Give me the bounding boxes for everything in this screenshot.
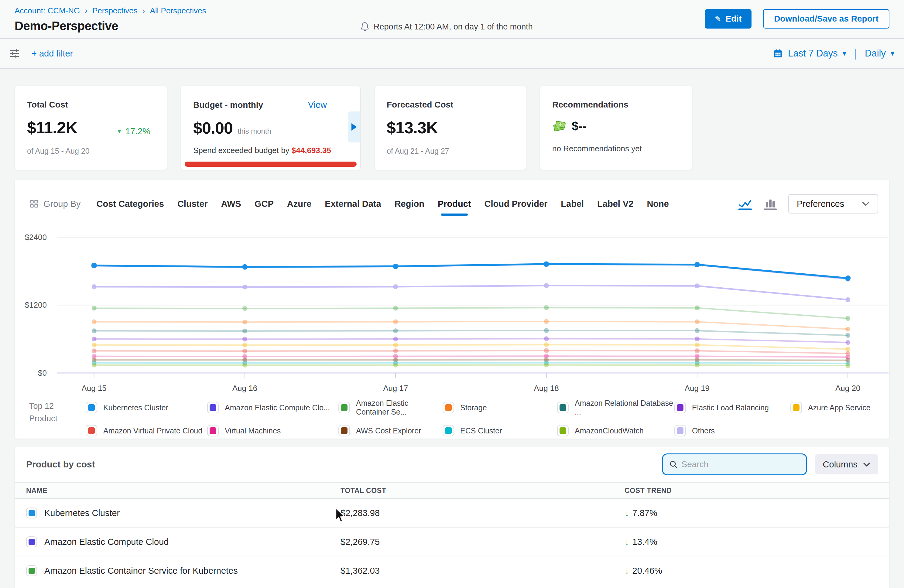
column-header-total-cost[interactable]: TOTAL COST xyxy=(340,487,624,495)
budget-progress-bar xyxy=(185,161,357,167)
legend-item[interactable]: Amazon Elastic Container Se... xyxy=(338,399,443,416)
edit-button[interactable]: ✎ Edit xyxy=(705,9,752,28)
table-row[interactable]: Amazon Elastic Container Service for Kub… xyxy=(15,556,889,585)
search-input[interactable] xyxy=(682,460,800,469)
cost-trend-chart[interactable]: $2400$1200$0Aug 15Aug 16Aug 17Aug 18Aug … xyxy=(15,224,888,395)
chevron-down-icon: ▾ xyxy=(842,49,846,58)
column-header-name[interactable]: NAME xyxy=(26,487,340,495)
row-trend-value: 13.4% xyxy=(632,537,657,547)
row-trend-value: 7.87% xyxy=(632,508,657,518)
recommendations-value: $-- xyxy=(572,119,586,133)
row-product-name: Amazon Elastic Compute Cloud xyxy=(44,537,169,547)
forecasted-cost-card: Forecasted Cost $13.3K of Aug 21 - Aug 2… xyxy=(374,85,526,170)
breadcrumb-perspectives[interactable]: Perspectives xyxy=(92,6,137,16)
row-color-swatch xyxy=(26,565,37,576)
svg-text:$1200: $1200 xyxy=(25,300,47,310)
date-range-picker[interactable]: Last 7 Days ▾ xyxy=(773,48,846,59)
legend-item[interactable]: Amazon Relational Database ... xyxy=(557,399,674,416)
table-search[interactable] xyxy=(662,454,807,475)
tab-azure[interactable]: Azure xyxy=(287,199,312,209)
budget-exceeded-note: Spend exceeded budget by $44,693.35 xyxy=(193,146,348,155)
budget-view-link[interactable]: View xyxy=(308,100,327,110)
legend-item[interactable]: Kubernetes Cluster xyxy=(86,402,207,413)
legend-item[interactable]: ECS Cluster xyxy=(443,425,557,436)
legend-title: Top 12 Product xyxy=(29,399,86,436)
legend-item[interactable]: AWS Cost Explorer xyxy=(338,425,443,436)
preferences-dropdown[interactable]: Preferences xyxy=(788,194,878,213)
table-body: Kubernetes Cluster$2,283.98↓7.87%Amazon … xyxy=(15,499,889,585)
legend-item-label: Azure App Service xyxy=(808,403,871,412)
legend-item[interactable]: Elastic Load Balancing xyxy=(674,402,790,413)
search-icon xyxy=(669,460,678,469)
legend-item[interactable]: Storage xyxy=(443,402,557,413)
legend-item-label: ECS Cluster xyxy=(460,427,502,435)
breadcrumb-account[interactable]: Account: CCM-NG xyxy=(14,6,80,16)
legend-item-label: Storage xyxy=(460,403,487,412)
tab-cloud-provider[interactable]: Cloud Provider xyxy=(485,199,548,209)
legend-item[interactable]: AmazonCloudWatch xyxy=(557,425,674,436)
total-cost-value: $11.2K xyxy=(27,118,77,137)
legend-item[interactable]: Azure App Service xyxy=(790,402,889,413)
chevron-down-icon: ▾ xyxy=(891,49,894,58)
tab-cluster[interactable]: Cluster xyxy=(177,199,208,209)
table-row[interactable]: Kubernetes Cluster$2,283.98↓7.87% xyxy=(15,499,889,528)
legend-item[interactable]: Amazon Elastic Compute Clo... xyxy=(207,402,338,413)
download-save-report-button[interactable]: Download/Save as Report xyxy=(763,9,890,28)
tab-none[interactable]: None xyxy=(647,199,669,209)
column-header-cost-trend[interactable]: COST TREND xyxy=(624,487,889,495)
legend-swatch xyxy=(338,425,350,436)
tab-region[interactable]: Region xyxy=(395,199,424,209)
breadcrumb-all-perspectives[interactable]: All Perspectives xyxy=(150,6,206,16)
legend-item-label: Others xyxy=(692,427,715,435)
tab-aws[interactable]: AWS xyxy=(221,199,241,209)
legend-swatch xyxy=(557,402,569,413)
svg-text:Aug 16: Aug 16 xyxy=(232,384,257,393)
budget-expand-button[interactable] xyxy=(348,111,360,142)
row-product-name: Kubernetes Cluster xyxy=(44,508,120,518)
svg-text:Aug 17: Aug 17 xyxy=(383,384,408,393)
chevron-down-icon xyxy=(863,462,870,467)
columns-dropdown[interactable]: Columns xyxy=(815,454,878,474)
legend-item-label: Virtual Machines xyxy=(225,427,281,435)
legend-swatch xyxy=(674,425,686,436)
legend-item[interactable]: Virtual Machines xyxy=(207,425,338,436)
row-trend-value: 20.46% xyxy=(632,566,662,576)
bar-chart-icon[interactable] xyxy=(763,197,778,210)
legend-swatch xyxy=(207,402,219,413)
tab-product[interactable]: Product xyxy=(438,199,471,209)
line-chart-icon[interactable] xyxy=(738,197,752,210)
legend-item[interactable]: Amazon Virtual Private Cloud xyxy=(86,425,207,436)
forecasted-cost-value: $13.3K xyxy=(387,118,438,137)
tab-gcp[interactable]: GCP xyxy=(254,199,274,209)
tab-label-v2[interactable]: Label V2 xyxy=(597,199,633,209)
row-total-cost: $2,269.75 xyxy=(340,537,624,547)
budget-value: $0.00 xyxy=(193,119,233,137)
tab-label[interactable]: Label xyxy=(561,199,584,209)
budget-value-suffix: this month xyxy=(237,127,271,136)
total-cost-card: Total Cost $11.2K ▼ 17.2% of Aug 15 - Au… xyxy=(14,85,167,170)
row-total-cost: $2,283.98 xyxy=(340,508,624,518)
row-product-name: Amazon Elastic Container Service for Kub… xyxy=(44,566,238,576)
tab-external-data[interactable]: External Data xyxy=(325,199,381,209)
svg-text:Aug 15: Aug 15 xyxy=(82,384,107,393)
legend-swatch xyxy=(207,425,219,436)
filter-settings-icon[interactable] xyxy=(8,47,21,60)
breadcrumb-separator-icon: › xyxy=(85,6,87,16)
add-filter-button[interactable]: + add filter xyxy=(32,49,73,58)
group-by-row: Group By Cost CategoriesClusterAWSGCPAzu… xyxy=(15,180,889,224)
tab-cost-categories[interactable]: Cost Categories xyxy=(96,199,164,209)
budget-card: Budget - monthly View $0.00 this month S… xyxy=(181,85,360,170)
arrow-down-icon: ↓ xyxy=(624,507,629,518)
chart-legend-grid: Kubernetes ClusterAmazon Elastic Compute… xyxy=(86,399,889,436)
legend-swatch xyxy=(674,402,686,413)
svg-text:Aug 18: Aug 18 xyxy=(534,384,559,393)
table-row[interactable]: Amazon Elastic Compute Cloud$2,269.75↓13… xyxy=(15,528,889,556)
chart-panel: Group By Cost CategoriesClusterAWSGCPAzu… xyxy=(14,179,890,439)
filter-bar: + add filter Last 7 Days ▾ | Daily ▾ xyxy=(0,39,904,69)
card-title: Budget - monthly xyxy=(193,100,263,110)
granularity-picker[interactable]: Daily ▾ xyxy=(865,48,894,59)
legend-swatch xyxy=(86,425,97,436)
legend-item[interactable]: Others xyxy=(674,425,790,436)
svg-text:Aug 20: Aug 20 xyxy=(835,384,860,393)
arrow-right-icon xyxy=(351,123,357,131)
